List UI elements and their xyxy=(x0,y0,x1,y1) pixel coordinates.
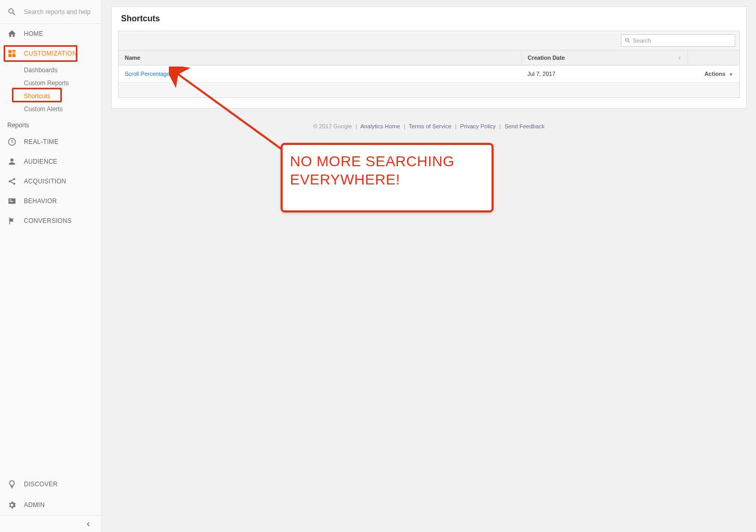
nav-admin-label: ADMIN xyxy=(24,501,45,509)
caret-down-icon: ▼ xyxy=(729,72,733,77)
home-icon xyxy=(7,29,17,38)
nav-behavior[interactable]: BEHAVIOR xyxy=(0,191,101,211)
shortcuts-table: Name Creation Date ↓ Scroll Percentage J… xyxy=(118,50,739,97)
chevron-left-icon xyxy=(85,521,92,528)
subnav-shortcuts[interactable]: Shortcuts xyxy=(0,89,101,102)
nav-acquisition[interactable]: ACQUISITION xyxy=(0,171,101,191)
table-empty-row xyxy=(118,83,739,97)
row-actions-menu[interactable]: Actions ▼ xyxy=(705,71,733,77)
footer-privacy[interactable]: Privacy Policy xyxy=(460,123,496,129)
nav-discover[interactable]: DISCOVER xyxy=(0,474,101,495)
nav-realtime-label: REAL-TIME xyxy=(24,138,59,145)
footer-copyright: © 2017 Google xyxy=(313,123,352,129)
nav-acquisition-label: ACQUISITION xyxy=(24,178,66,185)
customization-icon xyxy=(7,49,17,58)
person-icon xyxy=(7,157,17,166)
nav-customization[interactable]: CUSTOMIZATION xyxy=(0,44,101,63)
table-row: Scroll Percentage Jul 7, 2017 Actions ▼ xyxy=(118,65,739,83)
clock-icon xyxy=(7,137,17,147)
share-icon xyxy=(7,177,17,186)
sidebar-search[interactable] xyxy=(0,0,101,24)
flag-icon xyxy=(7,216,17,225)
table-search-input[interactable] xyxy=(633,37,732,44)
reports-label: Reports xyxy=(0,115,101,132)
shortcuts-table-container: Name Creation Date ↓ Scroll Percentage J… xyxy=(118,31,740,98)
footer-terms[interactable]: Terms of Service xyxy=(409,123,452,129)
nav-realtime[interactable]: REAL-TIME xyxy=(0,132,101,152)
subnav-custom-alerts[interactable]: Custom Alerts xyxy=(0,102,101,115)
search-icon xyxy=(625,37,631,44)
table-search-row xyxy=(118,31,739,50)
column-actions xyxy=(687,50,739,65)
annotation-text: NO MORE SEARCHING EVERYWHERE! xyxy=(290,153,455,188)
nav-audience[interactable]: AUDIENCE xyxy=(0,152,101,171)
nav-behavior-label: BEHAVIOR xyxy=(24,197,57,205)
subnav-custom-reports[interactable]: Custom Reports xyxy=(0,76,101,89)
nav-customization-label: CUSTOMIZATION xyxy=(24,50,77,57)
column-creation-date[interactable]: Creation Date ↓ xyxy=(521,50,687,65)
sidebar-search-input[interactable] xyxy=(24,8,102,16)
sidebar-collapse[interactable] xyxy=(0,515,101,532)
lightbulb-icon xyxy=(7,480,17,489)
footer-analytics-home[interactable]: Analytics Home xyxy=(360,123,400,129)
gear-icon xyxy=(7,500,17,510)
nav-conversions-label: CONVERSIONS xyxy=(24,217,72,224)
nav-home-label: HOME xyxy=(24,30,43,37)
footer-feedback[interactable]: Send Feedback xyxy=(505,123,545,129)
column-name-label: Name xyxy=(125,55,140,61)
table-search[interactable] xyxy=(621,34,735,47)
row-actions-label: Actions xyxy=(705,71,725,77)
annotation-callout: NO MORE SEARCHING EVERYWHERE! xyxy=(281,143,494,212)
subnav-dashboards[interactable]: Dashboards xyxy=(0,63,101,76)
column-name[interactable]: Name xyxy=(118,50,521,65)
shortcut-date: Jul 7, 2017 xyxy=(521,65,687,83)
svg-rect-5 xyxy=(10,200,12,201)
svg-rect-6 xyxy=(10,201,14,202)
shortcuts-panel: Shortcuts Name Creati xyxy=(111,6,747,109)
nav-conversions[interactable]: CONVERSIONS xyxy=(0,211,101,231)
nav-audience-label: AUDIENCE xyxy=(24,158,57,165)
main-content: Shortcuts Name Creati xyxy=(102,0,756,532)
nav-home[interactable]: HOME xyxy=(0,24,101,44)
shortcut-link[interactable]: Scroll Percentage xyxy=(125,71,170,77)
search-icon xyxy=(7,7,17,17)
behavior-icon xyxy=(7,196,17,206)
footer: © 2017 Google | Analytics Home | Terms o… xyxy=(102,118,756,139)
panel-title: Shortcuts xyxy=(112,14,746,31)
nav-discover-label: DISCOVER xyxy=(24,481,58,488)
column-date-label: Creation Date xyxy=(528,55,565,61)
nav-admin[interactable]: ADMIN xyxy=(0,495,101,515)
sidebar: HOME CUSTOMIZATION Dashboards Custom Rep… xyxy=(0,0,102,532)
sort-arrow-down-icon: ↓ xyxy=(679,55,681,60)
